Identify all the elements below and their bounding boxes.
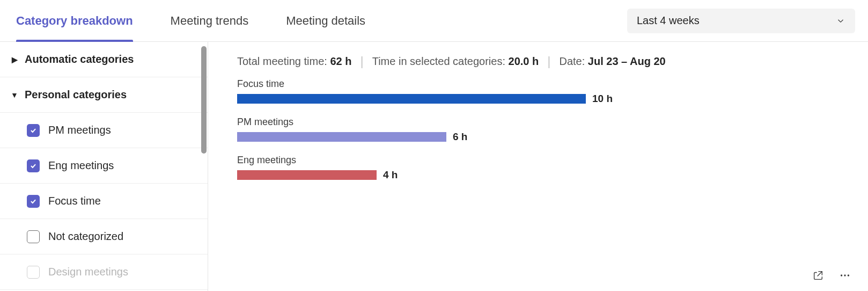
sidebar-scrollbar-thumb[interactable]: [201, 46, 207, 154]
date-range-selected: Last 4 weeks: [637, 14, 700, 27]
chart-row: Eng meetings4 h: [237, 155, 839, 181]
category-label: Focus time: [48, 195, 101, 207]
chart-bar: [237, 170, 377, 180]
header-bar: Category breakdown Meeting trends Meetin…: [0, 0, 868, 42]
chart-value-label: 6 h: [453, 131, 467, 143]
tab-meeting-details[interactable]: Meeting details: [286, 0, 365, 41]
more-icon[interactable]: [838, 268, 852, 282]
chart-bar-wrap: 6 h: [237, 131, 839, 143]
category-label: Not categorized: [48, 230, 123, 243]
tab-category-breakdown[interactable]: Category breakdown: [16, 0, 133, 41]
chart-category-label: Focus time: [237, 78, 839, 90]
summary-selected-value: 20.0 h: [509, 55, 539, 67]
summary-row: Total meeting time: 62 h | Time in selec…: [237, 55, 839, 68]
section-automatic-categories[interactable]: ▶ Automatic categories: [0, 42, 208, 77]
body-split: ▶ Automatic categories ▼ Personal catego…: [0, 42, 868, 291]
svg-point-0: [841, 274, 842, 276]
date-range-dropdown[interactable]: Last 4 weeks: [627, 9, 855, 33]
chart-value-label: 4 h: [383, 169, 398, 181]
summary-total: Total meeting time: 62 h: [237, 55, 351, 68]
category-item-design-meetings[interactable]: Design meetings: [0, 254, 208, 290]
chart-bar: [237, 132, 446, 142]
summary-date-value: Jul 23 – Aug 20: [588, 55, 666, 67]
checkbox-checked-icon[interactable]: [27, 159, 40, 172]
category-item-focus-time[interactable]: Focus time: [0, 184, 208, 219]
chart-category-label: PM meetings: [237, 117, 839, 128]
chart-bar-wrap: 4 h: [237, 169, 839, 181]
chart-value-label: 10 h: [592, 93, 613, 105]
checkbox-checked-icon[interactable]: [27, 124, 40, 137]
chart-bar: [237, 94, 586, 104]
share-icon[interactable]: [811, 268, 825, 282]
svg-point-2: [848, 274, 849, 276]
tab-strip: Category breakdown Meeting trends Meetin…: [16, 0, 365, 41]
section-personal-categories[interactable]: ▼ Personal categories: [0, 77, 208, 113]
summary-separator: |: [547, 55, 550, 68]
checkbox-unchecked-icon[interactable]: [27, 230, 40, 243]
checkbox-checked-icon[interactable]: [27, 195, 40, 208]
tab-label: Meeting trends: [171, 14, 249, 28]
summary-total-value: 62 h: [330, 55, 351, 67]
chart-bar-wrap: 10 h: [237, 93, 839, 105]
floating-actions: [811, 268, 852, 282]
category-item-eng-meetings[interactable]: Eng meetings: [0, 148, 208, 184]
chart-row: PM meetings6 h: [237, 117, 839, 143]
caret-down-icon: ▼: [11, 91, 18, 99]
section-label: Automatic categories: [25, 53, 134, 66]
chevron-down-icon: [836, 16, 845, 26]
summary-selected: Time in selected categories: 20.0 h: [372, 55, 539, 68]
summary-date-label: Date:: [559, 55, 587, 67]
caret-right-icon: ▶: [11, 56, 18, 63]
chart-row: Focus time10 h: [237, 78, 839, 105]
summary-date: Date: Jul 23 – Aug 20: [559, 55, 665, 68]
category-item-pm-meetings[interactable]: PM meetings: [0, 113, 208, 148]
tab-label: Category breakdown: [16, 14, 133, 28]
category-sidebar: ▶ Automatic categories ▼ Personal catego…: [0, 42, 208, 291]
chart-category-label: Eng meetings: [237, 155, 839, 166]
tab-meeting-trends[interactable]: Meeting trends: [171, 0, 249, 41]
summary-total-label: Total meeting time:: [237, 55, 330, 67]
category-label: Eng meetings: [48, 159, 114, 172]
tab-label: Meeting details: [286, 14, 365, 28]
summary-separator: |: [360, 55, 363, 68]
summary-selected-label: Time in selected categories:: [372, 55, 509, 67]
main-panel: Total meeting time: 62 h | Time in selec…: [208, 42, 868, 291]
category-bar-chart: Focus time10 hPM meetings6 hEng meetings…: [237, 78, 839, 181]
category-item-not-categorized[interactable]: Not categorized: [0, 219, 208, 254]
category-label: PM meetings: [48, 124, 111, 136]
section-label: Personal categories: [25, 89, 127, 101]
category-label: Design meetings: [48, 266, 128, 278]
svg-point-1: [844, 274, 845, 276]
checkbox-disabled-icon[interactable]: [27, 266, 40, 279]
